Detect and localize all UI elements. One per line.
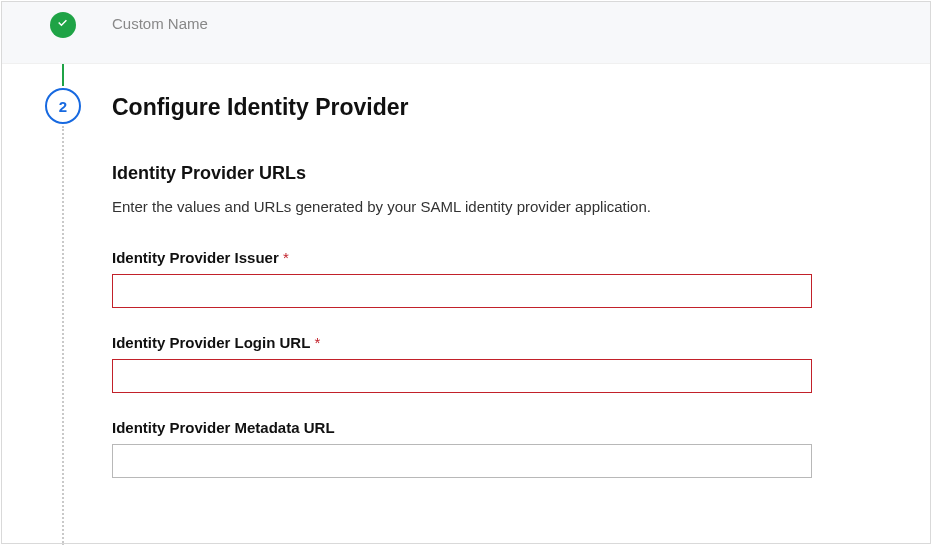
login-url-label: Identity Provider Login URL * xyxy=(112,334,870,351)
step1-label: Custom Name xyxy=(112,15,208,32)
check-icon xyxy=(56,16,70,34)
issuer-label-text: Identity Provider Issuer xyxy=(112,249,279,266)
login-url-label-text: Identity Provider Login URL xyxy=(112,334,310,351)
section-title: Identity Provider URLs xyxy=(112,163,870,184)
required-mark: * xyxy=(279,249,289,266)
required-mark: * xyxy=(310,334,320,351)
step2-badge: 2 xyxy=(45,88,81,124)
connector-dotted xyxy=(62,126,64,545)
field-login-url: Identity Provider Login URL * xyxy=(112,334,870,393)
step2-title: Configure Identity Provider xyxy=(112,94,870,121)
step1-header: Custom Name xyxy=(2,2,930,64)
wizard-container: Custom Name 2 Configure Identity Provide… xyxy=(1,1,931,544)
metadata-url-label: Identity Provider Metadata URL xyxy=(112,419,870,436)
section-desc: Enter the values and URLs generated by y… xyxy=(112,198,870,215)
step2-content: Configure Identity Provider Identity Pro… xyxy=(84,64,930,545)
field-issuer: Identity Provider Issuer * xyxy=(112,249,870,308)
issuer-input[interactable] xyxy=(112,274,812,308)
step2-section: 2 Configure Identity Provider Identity P… xyxy=(2,64,930,545)
issuer-label: Identity Provider Issuer * xyxy=(112,249,870,266)
step1-complete-badge xyxy=(50,12,76,38)
step-rail: 2 xyxy=(42,64,84,545)
field-metadata-url: Identity Provider Metadata URL xyxy=(112,419,870,478)
login-url-input[interactable] xyxy=(112,359,812,393)
metadata-url-input[interactable] xyxy=(112,444,812,478)
connector-solid xyxy=(62,64,64,86)
